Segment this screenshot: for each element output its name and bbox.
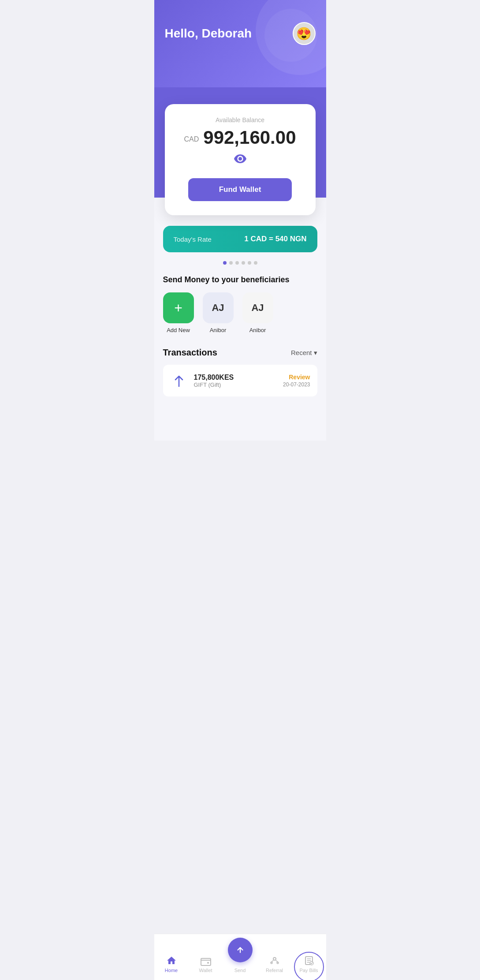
add-new-label: Add New bbox=[167, 327, 190, 333]
beneficiary-item-2: AJ Anibor bbox=[242, 292, 273, 333]
dot-2[interactable] bbox=[229, 261, 233, 265]
bottom-spacer bbox=[163, 396, 317, 432]
transaction-item-1[interactable]: 175,800KES GIFT (Gift) Review 20-07-2023 bbox=[163, 365, 317, 396]
transaction-amount-1: 175,800KES bbox=[194, 374, 277, 382]
beneficiary-item-1: AJ Anibor bbox=[203, 292, 234, 333]
rate-label: Today's Rate bbox=[174, 236, 212, 243]
header-section: Hello, Deborah 😍 bbox=[154, 0, 326, 87]
dot-1[interactable] bbox=[223, 261, 227, 265]
carousel-dots bbox=[163, 261, 317, 265]
rate-card: Today's Rate 1 CAD = 540 NGN bbox=[163, 226, 317, 252]
balance-amount-row: CAD 992,160.00 bbox=[175, 127, 305, 148]
transaction-details-1: 175,800KES GIFT (Gift) bbox=[194, 374, 277, 388]
transaction-status-text-1: Review bbox=[283, 374, 310, 381]
dot-3[interactable] bbox=[235, 261, 239, 265]
recent-filter[interactable]: Recent ▾ bbox=[291, 349, 317, 357]
beneficiary-name-2: Anibor bbox=[249, 327, 266, 333]
transaction-icon-1 bbox=[170, 372, 188, 389]
dot-4[interactable] bbox=[242, 261, 245, 265]
balance-card: Available Balance CAD 992,160.00 Fund Wa… bbox=[165, 104, 316, 215]
eye-icon[interactable] bbox=[175, 153, 305, 166]
transactions-title: Transactions bbox=[163, 348, 217, 358]
add-new-item: + Add New bbox=[163, 292, 194, 333]
rate-value: 1 CAD = 540 NGN bbox=[244, 235, 306, 243]
greeting-text: Hello, Deborah bbox=[165, 26, 252, 41]
fund-wallet-button[interactable]: Fund Wallet bbox=[188, 178, 292, 201]
beneficiary-avatar-1[interactable]: AJ bbox=[203, 292, 234, 323]
dot-6[interactable] bbox=[254, 261, 257, 265]
dot-5[interactable] bbox=[248, 261, 251, 265]
main-content: Today's Rate 1 CAD = 540 NGN Send Money … bbox=[154, 198, 326, 441]
beneficiaries-section-title: Send Money to your beneficiaries bbox=[163, 275, 317, 284]
transactions-header: Transactions Recent ▾ bbox=[163, 348, 317, 358]
balance-number: 992,160.00 bbox=[203, 127, 296, 148]
beneficiary-name-1: Anibor bbox=[210, 327, 227, 333]
transaction-date-1: 20-07-2023 bbox=[283, 382, 310, 388]
currency-code: CAD bbox=[184, 135, 199, 143]
transaction-type-1: GIFT (Gift) bbox=[194, 382, 277, 388]
add-new-button[interactable]: + bbox=[163, 292, 194, 323]
header-top: Hello, Deborah 😍 bbox=[165, 22, 316, 45]
beneficiaries-row: + Add New AJ Anibor AJ Anibor bbox=[163, 292, 317, 333]
avatar[interactable]: 😍 bbox=[293, 22, 316, 45]
available-balance-label: Available Balance bbox=[175, 116, 305, 123]
transaction-status-1: Review 20-07-2023 bbox=[283, 374, 310, 388]
beneficiary-avatar-2[interactable]: AJ bbox=[242, 292, 273, 323]
